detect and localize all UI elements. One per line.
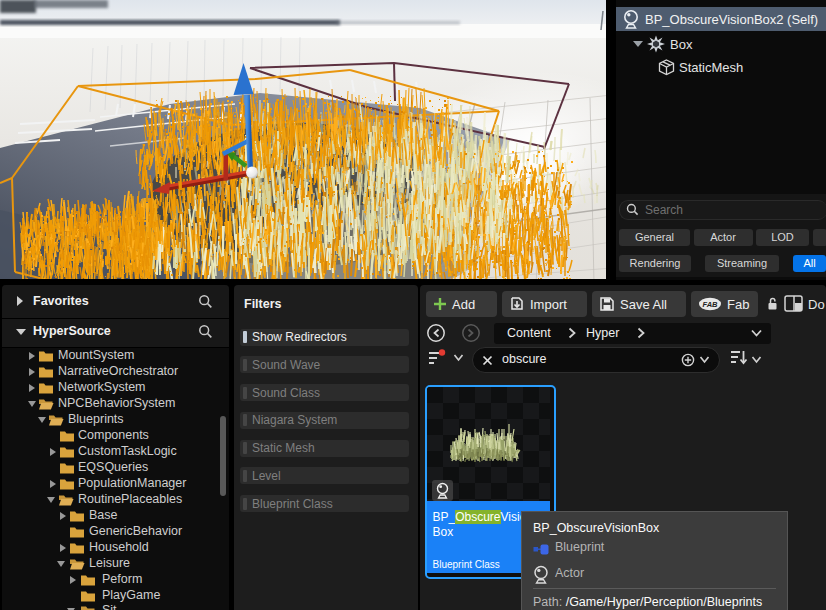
svg-text:FAB: FAB xyxy=(703,300,719,309)
